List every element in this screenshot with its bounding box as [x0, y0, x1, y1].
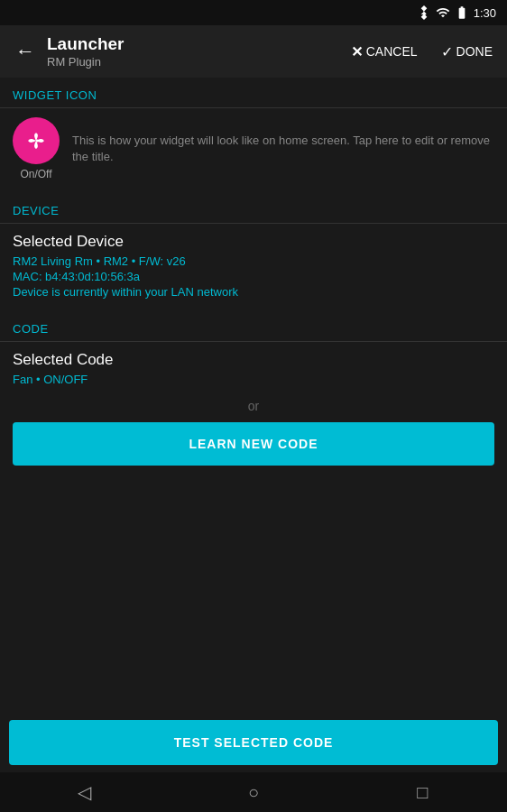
fan-icon [26, 131, 46, 151]
device-section-label: DEVICE [0, 193, 507, 223]
cancel-button[interactable]: ✕ CANCEL [344, 38, 425, 66]
nav-home-button[interactable]: ○ [234, 772, 273, 812]
nav-recent-button[interactable]: □ [402, 772, 442, 812]
status-bar: 1:30 [0, 0, 507, 25]
widget-icon-circle [13, 117, 60, 164]
back-button[interactable]: ← [7, 33, 43, 69]
device-line2: MAC: b4:43:0d:10:56:3a [13, 270, 494, 283]
nav-home-icon: ○ [248, 782, 259, 803]
cancel-label: CANCEL [366, 44, 418, 59]
device-section: Selected Device RM2 Living Rm • RM2 • F/… [0, 224, 507, 311]
device-line1: RM2 Living Rm • RM2 • F/W: v26 [13, 254, 494, 268]
widget-icon-section-label: WIDGET ICON [0, 78, 507, 107]
top-bar-actions: ✕ CANCEL ✓ DONE [344, 38, 500, 66]
bottom-section: TEST SELECTED CODE [0, 713, 507, 772]
done-label: DONE [456, 44, 493, 59]
cancel-x-icon: ✕ [351, 43, 363, 60]
test-btn-label: TEST SELECTED CODE [174, 735, 334, 750]
battery-icon [455, 5, 469, 20]
wifi-icon [436, 5, 450, 20]
learn-btn-label: LEARN NEW CODE [189, 437, 318, 451]
back-arrow-icon: ← [15, 40, 35, 63]
nav-recent-icon: □ [417, 782, 428, 803]
status-time: 1:30 [474, 6, 496, 20]
status-icons: 1:30 [417, 5, 496, 20]
bluetooth-icon [417, 5, 431, 20]
or-text: or [13, 399, 494, 413]
nav-bar: ◁ ○ □ [0, 772, 507, 812]
device-line3: Device is currently within your LAN netw… [13, 285, 494, 299]
selected-code-title: Selected Code [13, 351, 494, 369]
done-check-icon: ✓ [441, 43, 453, 60]
app-subtitle: RM Plugin [47, 55, 344, 69]
icon-label: On/Off [20, 168, 51, 180]
nav-back-button[interactable]: ◁ [65, 772, 105, 812]
widget-icon-container: On/Off [13, 117, 60, 180]
widget-icon-section[interactable]: On/Off This is how your widget will look… [0, 108, 507, 193]
learn-new-code-button[interactable]: LEARN NEW CODE [13, 422, 494, 466]
test-selected-code-button[interactable]: TEST SELECTED CODE [9, 720, 498, 765]
selected-device-title: Selected Device [13, 233, 494, 251]
done-button[interactable]: ✓ DONE [434, 38, 500, 66]
code-section-label: CODE [0, 311, 507, 341]
title-block: Launcher RM Plugin [47, 34, 344, 69]
top-bar: ← Launcher RM Plugin ✕ CANCEL ✓ DONE [0, 25, 507, 78]
app-title: Launcher [47, 34, 344, 55]
code-section: Selected Code Fan • ON/OFF or LEARN NEW … [0, 342, 507, 478]
widget-description: This is how your widget will look like o… [72, 133, 494, 165]
code-detail: Fan • ON/OFF [13, 373, 494, 386]
nav-back-icon: ◁ [78, 781, 91, 803]
